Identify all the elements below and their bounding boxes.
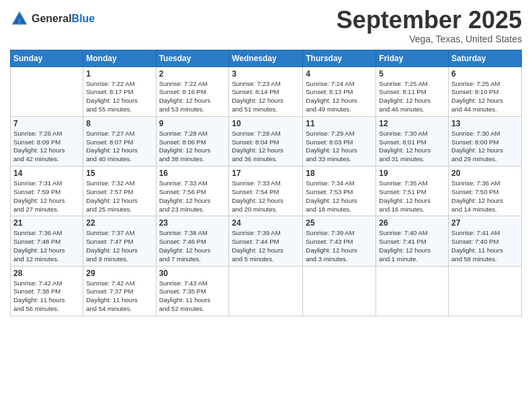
calendar-cell: 21Sunrise: 7:36 AM Sunset: 7:48 PM Dayli… — [11, 216, 83, 266]
day-info: Sunrise: 7:32 AM Sunset: 7:57 PM Dayligh… — [86, 179, 152, 214]
day-number: 18 — [306, 169, 373, 178]
day-number: 20 — [451, 169, 519, 178]
day-info: Sunrise: 7:34 AM Sunset: 7:53 PM Dayligh… — [306, 179, 373, 214]
header: GeneralBlue September 2025 Vega, Texas, … — [10, 7, 522, 44]
day-number: 21 — [13, 218, 80, 228]
day-info: Sunrise: 7:25 AM Sunset: 8:11 PM Dayligh… — [379, 80, 445, 114]
day-of-week-header: Monday — [83, 50, 156, 66]
calendar-cell: 2Sunrise: 7:22 AM Sunset: 8:16 PM Daylig… — [156, 66, 229, 116]
day-number: 13 — [451, 119, 519, 128]
day-info: Sunrise: 7:41 AM Sunset: 7:40 PM Dayligh… — [451, 229, 519, 263]
calendar-cell: 9Sunrise: 7:28 AM Sunset: 8:06 PM Daylig… — [156, 116, 229, 166]
day-info: Sunrise: 7:30 AM Sunset: 8:01 PM Dayligh… — [379, 130, 445, 164]
calendar-week-row: 1Sunrise: 7:22 AM Sunset: 8:17 PM Daylig… — [11, 66, 522, 116]
logo-text: GeneralBlue — [32, 12, 95, 25]
day-info: Sunrise: 7:26 AM Sunset: 8:09 PM Dayligh… — [13, 130, 80, 164]
location: Vega, Texas, United States — [337, 34, 522, 44]
day-of-week-header: Friday — [376, 50, 449, 66]
calendar-cell: 8Sunrise: 7:27 AM Sunset: 8:07 PM Daylig… — [83, 116, 156, 166]
day-info: Sunrise: 7:28 AM Sunset: 8:04 PM Dayligh… — [232, 130, 300, 164]
calendar-cell: 22Sunrise: 7:37 AM Sunset: 7:47 PM Dayli… — [83, 216, 156, 266]
day-number: 7 — [13, 119, 80, 128]
day-number: 14 — [13, 169, 80, 178]
calendar-cell: 12Sunrise: 7:30 AM Sunset: 8:01 PM Dayli… — [376, 116, 449, 166]
day-number: 1 — [86, 69, 152, 79]
day-number: 11 — [306, 119, 373, 128]
calendar-cell: 25Sunrise: 7:39 AM Sunset: 7:43 PM Dayli… — [303, 216, 376, 266]
calendar-week-row: 7Sunrise: 7:26 AM Sunset: 8:09 PM Daylig… — [11, 116, 522, 166]
calendar-cell: 24Sunrise: 7:39 AM Sunset: 7:44 PM Dayli… — [229, 216, 303, 266]
day-number: 26 — [379, 218, 445, 228]
calendar-cell: 3Sunrise: 7:23 AM Sunset: 8:14 PM Daylig… — [229, 66, 303, 116]
calendar-header-row: SundayMondayTuesdayWednesdayThursdayFrid… — [11, 50, 522, 66]
calendar-cell: 4Sunrise: 7:24 AM Sunset: 8:13 PM Daylig… — [303, 66, 376, 116]
day-number: 29 — [86, 269, 152, 278]
calendar-cell: 7Sunrise: 7:26 AM Sunset: 8:09 PM Daylig… — [11, 116, 83, 166]
logo: GeneralBlue — [10, 9, 95, 28]
day-info: Sunrise: 7:42 AM Sunset: 7:37 PM Dayligh… — [86, 279, 152, 314]
day-info: Sunrise: 7:39 AM Sunset: 7:44 PM Dayligh… — [232, 229, 300, 263]
logo-icon — [10, 9, 29, 28]
day-info: Sunrise: 7:24 AM Sunset: 8:13 PM Dayligh… — [306, 80, 373, 114]
calendar-cell: 5Sunrise: 7:25 AM Sunset: 8:11 PM Daylig… — [376, 66, 449, 116]
day-number: 8 — [86, 119, 152, 128]
svg-rect-2 — [17, 18, 21, 25]
day-info: Sunrise: 7:39 AM Sunset: 7:43 PM Dayligh… — [306, 229, 373, 263]
day-of-week-header: Tuesday — [156, 50, 229, 66]
day-of-week-header: Sunday — [11, 50, 83, 66]
day-number: 10 — [232, 119, 300, 128]
day-number: 25 — [306, 218, 373, 228]
title-block: September 2025 Vega, Texas, United State… — [337, 7, 522, 44]
day-info: Sunrise: 7:25 AM Sunset: 8:10 PM Dayligh… — [451, 80, 519, 114]
calendar-cell: 10Sunrise: 7:28 AM Sunset: 8:04 PM Dayli… — [229, 116, 303, 166]
day-info: Sunrise: 7:28 AM Sunset: 8:06 PM Dayligh… — [159, 130, 226, 164]
calendar-cell: 11Sunrise: 7:29 AM Sunset: 8:03 PM Dayli… — [303, 116, 376, 166]
day-number: 30 — [159, 269, 226, 278]
calendar-cell — [229, 266, 303, 316]
calendar-cell: 27Sunrise: 7:41 AM Sunset: 7:40 PM Dayli… — [449, 216, 522, 266]
day-of-week-header: Saturday — [449, 50, 522, 66]
calendar-cell: 23Sunrise: 7:38 AM Sunset: 7:46 PM Dayli… — [156, 216, 229, 266]
calendar-cell: 14Sunrise: 7:31 AM Sunset: 7:59 PM Dayli… — [11, 167, 83, 216]
day-number: 27 — [451, 218, 519, 228]
day-number: 5 — [379, 69, 445, 79]
calendar-week-row: 21Sunrise: 7:36 AM Sunset: 7:48 PM Dayli… — [11, 216, 522, 266]
page: GeneralBlue September 2025 Vega, Texas, … — [0, 0, 532, 411]
calendar-cell: 29Sunrise: 7:42 AM Sunset: 7:37 PM Dayli… — [83, 266, 156, 316]
day-info: Sunrise: 7:42 AM Sunset: 7:38 PM Dayligh… — [13, 279, 80, 314]
calendar-cell: 30Sunrise: 7:43 AM Sunset: 7:35 PM Dayli… — [156, 266, 229, 316]
day-number: 3 — [232, 69, 300, 79]
day-info: Sunrise: 7:23 AM Sunset: 8:14 PM Dayligh… — [232, 80, 300, 114]
calendar-cell: 20Sunrise: 7:36 AM Sunset: 7:50 PM Dayli… — [449, 167, 522, 216]
calendar-cell: 17Sunrise: 7:33 AM Sunset: 7:54 PM Dayli… — [229, 167, 303, 216]
day-number: 2 — [159, 69, 226, 79]
calendar-cell: 16Sunrise: 7:33 AM Sunset: 7:56 PM Dayli… — [156, 167, 229, 216]
day-info: Sunrise: 7:31 AM Sunset: 7:59 PM Dayligh… — [13, 179, 80, 214]
logo-blue: Blue — [72, 13, 95, 24]
calendar-cell: 28Sunrise: 7:42 AM Sunset: 7:38 PM Dayli… — [11, 266, 83, 316]
day-number: 24 — [232, 218, 300, 228]
calendar-cell — [303, 266, 376, 316]
calendar-cell: 15Sunrise: 7:32 AM Sunset: 7:57 PM Dayli… — [83, 167, 156, 216]
calendar-cell — [376, 266, 449, 316]
day-info: Sunrise: 7:37 AM Sunset: 7:47 PM Dayligh… — [86, 229, 152, 263]
calendar: SundayMondayTuesdayWednesdayThursdayFrid… — [10, 50, 522, 316]
day-number: 17 — [232, 169, 300, 178]
day-info: Sunrise: 7:33 AM Sunset: 7:54 PM Dayligh… — [232, 179, 300, 214]
day-info: Sunrise: 7:36 AM Sunset: 7:48 PM Dayligh… — [13, 229, 80, 263]
calendar-cell — [449, 266, 522, 316]
day-info: Sunrise: 7:22 AM Sunset: 8:17 PM Dayligh… — [86, 80, 152, 114]
day-info: Sunrise: 7:40 AM Sunset: 7:41 PM Dayligh… — [379, 229, 445, 263]
day-number: 28 — [13, 269, 80, 278]
day-number: 4 — [306, 69, 373, 79]
day-info: Sunrise: 7:29 AM Sunset: 8:03 PM Dayligh… — [306, 130, 373, 164]
day-info: Sunrise: 7:22 AM Sunset: 8:16 PM Dayligh… — [159, 80, 226, 114]
day-info: Sunrise: 7:43 AM Sunset: 7:35 PM Dayligh… — [159, 279, 226, 314]
day-number: 9 — [159, 119, 226, 128]
calendar-cell: 1Sunrise: 7:22 AM Sunset: 8:17 PM Daylig… — [83, 66, 156, 116]
day-number: 22 — [86, 218, 152, 228]
day-info: Sunrise: 7:35 AM Sunset: 7:51 PM Dayligh… — [379, 179, 445, 214]
calendar-cell: 26Sunrise: 7:40 AM Sunset: 7:41 PM Dayli… — [376, 216, 449, 266]
day-info: Sunrise: 7:30 AM Sunset: 8:00 PM Dayligh… — [451, 130, 519, 164]
calendar-cell: 6Sunrise: 7:25 AM Sunset: 8:10 PM Daylig… — [449, 66, 522, 116]
